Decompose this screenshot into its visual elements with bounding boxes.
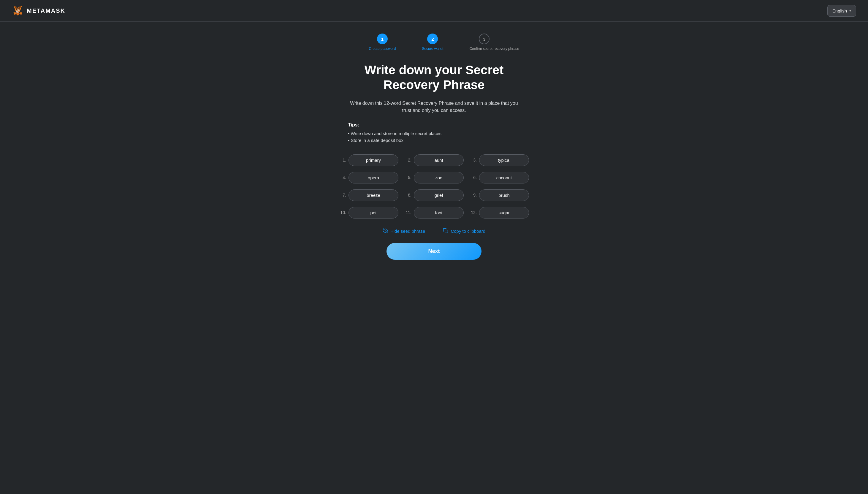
seed-item-3: 3.typical <box>470 154 529 166</box>
header: METAMASK English ▾ <box>0 0 868 22</box>
svg-rect-25 <box>445 230 448 233</box>
seed-word-1: primary <box>348 154 398 166</box>
metamask-logo-icon <box>12 5 24 17</box>
seed-item-7: 7.breeze <box>339 189 398 201</box>
language-value: English <box>832 8 847 13</box>
bottom-actions: Hide seed phrase Copy to clipboard <box>339 228 529 234</box>
page-description: Write down this 12-word Secret Recovery … <box>348 100 520 114</box>
next-button[interactable]: Next <box>386 243 482 260</box>
seed-number-10: 10. <box>339 210 346 215</box>
seed-item-10: 10.pet <box>339 207 398 218</box>
step-3-wrapper: 3 Confirm secret recovery phrase <box>469 34 499 51</box>
svg-marker-23 <box>18 13 18 13</box>
progress-steps: 1 Create password 2 Secure wallet 3 Conf… <box>369 34 499 51</box>
step-2-number: 2 <box>431 37 434 41</box>
seed-item-12: 12.sugar <box>470 207 529 218</box>
page-title: Write down your Secret Recovery Phrase <box>345 63 523 93</box>
seed-word-12: sugar <box>479 207 529 218</box>
seed-word-7: breeze <box>348 189 398 201</box>
svg-marker-2 <box>19 13 22 15</box>
seed-item-5: 5.zoo <box>404 172 464 184</box>
seed-word-10: pet <box>348 207 398 218</box>
step-2-label: Secure wallet <box>422 46 443 51</box>
seed-number-7: 7. <box>339 193 346 197</box>
logo-container: METAMASK <box>12 5 65 17</box>
tips-title: Tips: <box>348 122 520 128</box>
hide-seed-label: Hide seed phrase <box>390 229 425 234</box>
seed-item-1: 1.primary <box>339 154 398 166</box>
seed-item-8: 8.grief <box>404 189 464 201</box>
chevron-down-icon: ▾ <box>849 8 851 13</box>
hide-seed-phrase-button[interactable]: Hide seed phrase <box>383 228 425 234</box>
step-3-number: 3 <box>483 37 485 41</box>
step-1-label: Create password <box>369 46 396 51</box>
seed-word-4: opera <box>348 172 398 184</box>
seed-word-2: aunt <box>414 154 464 166</box>
step-2-circle: 2 <box>427 34 438 44</box>
tips-section: Tips: Write down and store in multiple s… <box>348 122 520 144</box>
seed-number-8: 8. <box>404 193 411 197</box>
step-1-circle: 1 <box>377 34 388 44</box>
hide-icon <box>383 228 388 234</box>
language-selector[interactable]: English ▾ <box>827 5 856 17</box>
seed-number-5: 5. <box>404 175 411 180</box>
step-3-circle: 3 <box>479 34 489 44</box>
seed-number-1: 1. <box>339 158 346 163</box>
seed-item-6: 6.coconut <box>470 172 529 184</box>
tip-item-1: Write down and store in multiple secret … <box>348 130 520 137</box>
svg-marker-3 <box>14 13 16 15</box>
seed-item-2: 2.aunt <box>404 154 464 166</box>
tip-item-2: Store in a safe deposit box <box>348 137 520 144</box>
tips-list: Write down and store in multiple secret … <box>348 130 520 144</box>
seed-number-2: 2. <box>404 158 411 163</box>
seed-word-5: zoo <box>414 172 464 184</box>
main-content: 1 Create password 2 Secure wallet 3 Conf… <box>0 22 868 494</box>
seed-phrase-grid: 1.primary2.aunt3.typical4.opera5.zoo6.co… <box>339 154 529 218</box>
seed-word-8: grief <box>414 189 464 201</box>
seed-word-6: coconut <box>479 172 529 184</box>
step-connector-2 <box>444 38 468 38</box>
logo-text: METAMASK <box>27 7 65 14</box>
step-1-wrapper: 1 Create password <box>369 34 396 51</box>
copy-to-clipboard-button[interactable]: Copy to clipboard <box>443 228 485 234</box>
seed-item-11: 11.foot <box>404 207 464 218</box>
seed-word-11: foot <box>414 207 464 218</box>
step-connector-1 <box>397 38 421 38</box>
seed-number-3: 3. <box>470 158 477 163</box>
seed-word-3: typical <box>479 154 529 166</box>
copy-icon <box>443 228 448 234</box>
step-1-number: 1 <box>381 37 384 41</box>
step-2-wrapper: 2 Secure wallet <box>422 34 443 51</box>
seed-word-9: brush <box>479 189 529 201</box>
seed-item-4: 4.opera <box>339 172 398 184</box>
seed-item-9: 9.brush <box>470 189 529 201</box>
step-3-label: Confirm secret recovery phrase <box>469 46 499 51</box>
copy-clipboard-label: Copy to clipboard <box>451 229 485 234</box>
seed-number-6: 6. <box>470 175 477 180</box>
seed-number-12: 12. <box>470 210 477 215</box>
seed-number-4: 4. <box>339 175 346 180</box>
seed-number-9: 9. <box>470 193 477 197</box>
seed-number-11: 11. <box>404 210 411 215</box>
